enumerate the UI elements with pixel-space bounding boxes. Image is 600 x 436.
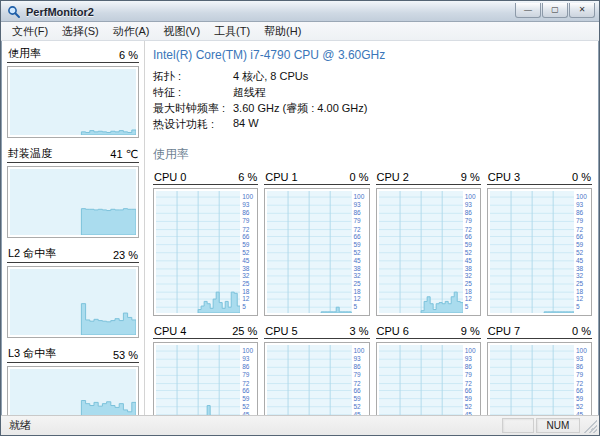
y-tick-label: 86 <box>354 210 361 217</box>
y-tick-label: 100 <box>354 348 365 355</box>
cpu-graph: 100938679726659524538322518125 <box>376 342 481 415</box>
y-tick-label: 45 <box>242 258 249 265</box>
cpu-info-row: 最大时钟频率 :3.60 GHz (睿频 : 4.00 GHz) <box>153 101 592 116</box>
cpu-graph: 100938679726659524538322518125 <box>264 188 369 316</box>
content-area: 使用率6 %封装温度41 ℃L2 命中率23 %L3 命中率53 % Intel… <box>1 41 599 415</box>
sidebar-graph <box>7 366 139 415</box>
graph-label: 使用率 <box>8 46 41 61</box>
cpu-graph: 100938679726659524538322518125 <box>153 342 258 415</box>
cpu-graph-cell: CPU 29 %100938679726659524538322518125 <box>376 171 481 316</box>
y-tick-label: 5 <box>354 304 358 311</box>
y-tick-label: 86 <box>242 210 249 217</box>
cpu-graph-cell: CPU 69 %100938679726659524538322518125 <box>376 325 481 415</box>
cpu-info-row: 特征 :超线程 <box>153 85 592 100</box>
y-axis-labels: 100938679726659524538322518125 <box>574 191 589 313</box>
y-axis-labels: 100938679726659524538322518125 <box>240 345 255 415</box>
menu-item-5[interactable]: 帮助(H) <box>257 22 308 41</box>
menubar: 文件(F)选择(S)动作(A)视图(V)工具(T)帮助(H) <box>1 22 599 41</box>
y-tick-label: 45 <box>354 258 361 265</box>
info-label: 最大时钟频率 : <box>153 101 233 116</box>
cpu-graph-cell: CPU 53 %100938679726659524538322518125 <box>264 325 369 415</box>
graph-header: CPU 06 % <box>153 171 258 185</box>
y-axis-labels: 100938679726659524538322518125 <box>240 191 255 313</box>
y-tick-label: 66 <box>576 387 583 394</box>
cpu-graph-cell: CPU 30 %100938679726659524538322518125 <box>487 171 592 316</box>
app-window: PerfMonitor2 — ▢ ✕ 文件(F)选择(S)动作(A)视图(V)工… <box>0 0 600 436</box>
menu-item-2[interactable]: 动作(A) <box>106 22 157 41</box>
y-tick-label: 79 <box>242 218 249 225</box>
y-tick-label: 86 <box>465 364 472 371</box>
y-tick-label: 59 <box>465 241 472 248</box>
graph-label: CPU 6 <box>377 325 409 337</box>
graph-value: 41 ℃ <box>110 148 138 161</box>
y-tick-label: 79 <box>465 372 472 379</box>
graph-value: 6 % <box>119 49 138 61</box>
cpu-graph-cell: CPU 425 %100938679726659524538322518125 <box>153 325 258 415</box>
y-tick-label: 66 <box>354 233 361 240</box>
sidebar-graph-panel: 使用率6 % <box>7 46 139 138</box>
status-text: 就绪 <box>9 418 500 433</box>
graph-value: 23 % <box>113 249 138 261</box>
y-tick-label: 59 <box>576 395 583 402</box>
y-tick-label: 25 <box>242 281 249 288</box>
menu-item-3[interactable]: 视图(V) <box>156 22 207 41</box>
y-tick-label: 59 <box>242 395 249 402</box>
y-tick-label: 59 <box>465 395 472 402</box>
y-tick-label: 100 <box>465 194 476 201</box>
y-tick-label: 5 <box>242 304 246 311</box>
y-axis-labels: 100938679726659524538322518125 <box>463 345 478 415</box>
y-tick-label: 45 <box>576 258 583 265</box>
y-tick-label: 32 <box>242 273 249 280</box>
y-tick-label: 45 <box>354 412 361 415</box>
graph-value: 0 % <box>350 171 369 183</box>
section-title-usage: 使用率 <box>153 146 592 163</box>
cpu-info-row: 热设计功耗 :84 W <box>153 117 592 132</box>
graph-header: 使用率6 % <box>7 46 139 63</box>
y-tick-label: 12 <box>576 296 583 303</box>
cpu-graph-cell: CPU 10 %100938679726659524538322518125 <box>264 171 369 316</box>
y-axis-labels: 100938679726659524538322518125 <box>574 345 589 415</box>
maximize-button[interactable]: ▢ <box>542 3 568 18</box>
y-tick-label: 66 <box>354 387 361 394</box>
y-tick-label: 52 <box>354 249 361 256</box>
graph-label: CPU 5 <box>265 325 297 337</box>
y-tick-label: 79 <box>354 372 361 379</box>
cpu-graph: 100938679726659524538322518125 <box>376 188 481 316</box>
y-axis-labels: 100938679726659524538322518125 <box>463 191 478 313</box>
y-tick-label: 100 <box>576 194 587 201</box>
info-label: 热设计功耗 : <box>153 117 233 132</box>
y-tick-label: 52 <box>242 249 249 256</box>
y-tick-label: 86 <box>465 210 472 217</box>
cpu-graph: 100938679726659524538322518125 <box>264 342 369 415</box>
y-tick-label: 32 <box>465 273 472 280</box>
y-axis-labels: 100938679726659524538322518125 <box>352 191 367 313</box>
y-tick-label: 79 <box>465 218 472 225</box>
graph-header: L3 命中率53 % <box>7 346 139 363</box>
cpu-graph-grid: CPU 06 %100938679726659524538322518125CP… <box>153 171 592 415</box>
graph-label: CPU 7 <box>488 325 520 337</box>
close-button[interactable]: ✕ <box>569 3 595 18</box>
menu-item-4[interactable]: 工具(T) <box>207 22 257 41</box>
y-tick-label: 25 <box>576 281 583 288</box>
cpu-graph: 100938679726659524538322518125 <box>153 188 258 316</box>
graph-header: CPU 425 % <box>153 325 258 339</box>
menu-item-0[interactable]: 文件(F) <box>5 22 55 41</box>
y-tick-label: 12 <box>242 296 249 303</box>
y-tick-label: 59 <box>354 241 361 248</box>
y-tick-label: 93 <box>354 202 361 209</box>
cpu-name: Intel(R) Core(TM) i7-4790 CPU @ 3.60GHz <box>153 48 592 62</box>
sidebar-graph-panel: 封装温度41 ℃ <box>7 146 139 238</box>
resize-grip[interactable] <box>582 418 597 433</box>
menu-item-1[interactable]: 选择(S) <box>55 22 106 41</box>
graph-value: 6 % <box>238 171 257 183</box>
y-tick-label: 66 <box>576 233 583 240</box>
minimize-button[interactable]: — <box>515 3 541 18</box>
statusbar: 就绪 NUM <box>1 415 599 435</box>
y-tick-label: 86 <box>354 364 361 371</box>
graph-value: 9 % <box>461 171 480 183</box>
graph-label: CPU 2 <box>377 171 409 183</box>
titlebar[interactable]: PerfMonitor2 — ▢ ✕ <box>1 1 599 22</box>
y-tick-label: 45 <box>465 412 472 415</box>
y-tick-label: 93 <box>242 202 249 209</box>
y-tick-label: 66 <box>242 387 249 394</box>
